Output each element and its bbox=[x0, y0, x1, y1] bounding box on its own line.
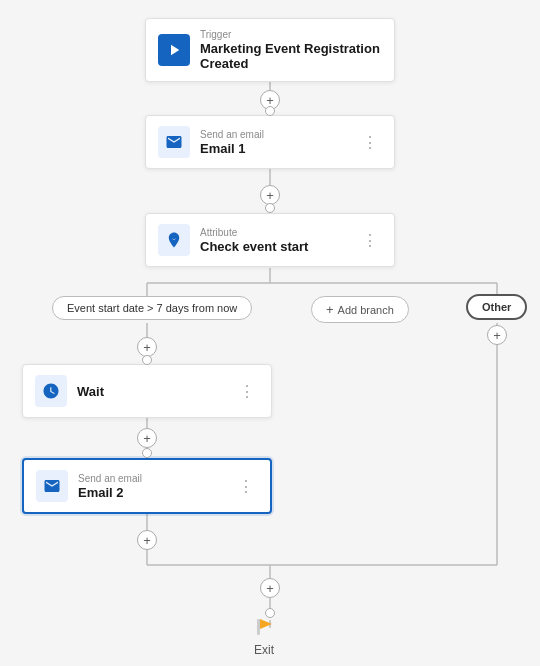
add-branch-label: Add branch bbox=[338, 304, 394, 316]
trigger-content: Trigger Marketing Event Registration Cre… bbox=[200, 29, 382, 71]
email1-icon bbox=[158, 126, 190, 158]
wait-menu-button[interactable]: ⋮ bbox=[235, 380, 259, 403]
branch-condition-pill[interactable]: Event start date > 7 days from now bbox=[52, 296, 252, 320]
wait-label-main: Wait bbox=[77, 384, 225, 399]
svg-marker-22 bbox=[260, 619, 272, 629]
email1-label-small: Send an email bbox=[200, 129, 348, 140]
wait-icon bbox=[35, 375, 67, 407]
email1-node[interactable]: Send an email Email 1 ⋮ bbox=[145, 115, 395, 169]
attribute-icon bbox=[158, 224, 190, 256]
email2-node[interactable]: Send an email Email 2 ⋮ bbox=[22, 458, 272, 514]
attribute-menu-button[interactable]: ⋮ bbox=[358, 229, 382, 252]
connector-dot-1 bbox=[265, 106, 275, 116]
attribute-content: Attribute Check event start bbox=[200, 227, 348, 254]
branch-condition-label: Event start date > 7 days from now bbox=[67, 302, 237, 314]
svg-rect-21 bbox=[257, 619, 260, 635]
trigger-label-main: Marketing Event Registration Created bbox=[200, 41, 382, 71]
add-step-4-button[interactable]: + bbox=[137, 428, 157, 448]
email1-menu-button[interactable]: ⋮ bbox=[358, 131, 382, 154]
add-branch-plus-icon: + bbox=[326, 302, 334, 317]
other-branch-pill[interactable]: Other bbox=[466, 294, 527, 320]
trigger-node[interactable]: Trigger Marketing Event Registration Cre… bbox=[145, 18, 395, 82]
other-label: Other bbox=[482, 301, 511, 313]
connector-dot-4 bbox=[142, 448, 152, 458]
email2-label-main: Email 2 bbox=[78, 485, 224, 500]
trigger-icon bbox=[158, 34, 190, 66]
email2-icon bbox=[36, 470, 68, 502]
add-step-5-button[interactable]: + bbox=[137, 530, 157, 550]
email2-content: Send an email Email 2 bbox=[78, 473, 224, 500]
workflow-canvas: Trigger Marketing Event Registration Cre… bbox=[0, 0, 540, 666]
exit-node: Exit bbox=[254, 617, 274, 657]
connector-dot-2 bbox=[265, 203, 275, 213]
exit-flag-icon bbox=[254, 617, 274, 637]
add-step-6-button[interactable]: + bbox=[260, 578, 280, 598]
connector-dot-5 bbox=[265, 608, 275, 618]
email1-content: Send an email Email 1 bbox=[200, 129, 348, 156]
email1-label-main: Email 1 bbox=[200, 141, 348, 156]
attribute-label-main: Check event start bbox=[200, 239, 348, 254]
wait-content: Wait bbox=[77, 384, 225, 399]
wait-node[interactable]: Wait ⋮ bbox=[22, 364, 272, 418]
email2-label-small: Send an email bbox=[78, 473, 224, 484]
add-step-3-button[interactable]: + bbox=[137, 337, 157, 357]
attribute-node[interactable]: Attribute Check event start ⋮ bbox=[145, 213, 395, 267]
attribute-label-small: Attribute bbox=[200, 227, 348, 238]
add-branch-button[interactable]: + Add branch bbox=[311, 296, 409, 323]
exit-label: Exit bbox=[254, 643, 274, 657]
email2-menu-button[interactable]: ⋮ bbox=[234, 475, 258, 498]
connector-dot-3 bbox=[142, 355, 152, 365]
add-step-other-button[interactable]: + bbox=[487, 325, 507, 345]
add-step-2-button[interactable]: + bbox=[260, 185, 280, 205]
trigger-label-small: Trigger bbox=[200, 29, 382, 40]
